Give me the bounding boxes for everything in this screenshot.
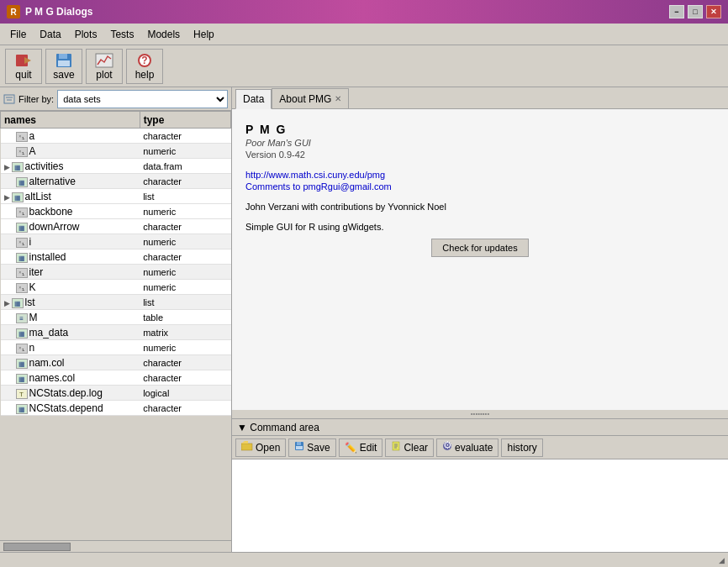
title-bar: R P M G Dialogs − □ ✕ bbox=[0, 0, 728, 24]
col-header-type[interactable]: type bbox=[140, 112, 230, 129]
table-row[interactable]: TNCStats.dep.loglogical bbox=[1, 386, 231, 401]
edit-button[interactable]: ✏️ Edit bbox=[339, 438, 383, 457]
menu-bar: File Data Plots Tests Models Help bbox=[0, 24, 728, 45]
cell-name: ˣ₁n bbox=[1, 340, 140, 355]
table-row[interactable]: ▦nam.colcharacter bbox=[1, 355, 231, 370]
table-row[interactable]: ▦alternativecharacter bbox=[1, 174, 231, 189]
cell-type: numeric bbox=[140, 204, 230, 219]
table-row[interactable]: ˣ₁acharacter bbox=[1, 129, 231, 144]
save-cmd-label: Save bbox=[307, 442, 330, 454]
open-button[interactable]: Open bbox=[235, 438, 286, 457]
quit-icon bbox=[13, 52, 34, 69]
tab-data[interactable]: Data bbox=[235, 89, 272, 109]
menu-models[interactable]: Models bbox=[140, 27, 187, 42]
tab-about[interactable]: About PMG ✕ bbox=[272, 88, 349, 108]
table-row[interactable]: ▶▦lstlist bbox=[1, 295, 231, 310]
pmg-url[interactable]: http://www.math.csi.cuny.edu/pmg bbox=[245, 170, 715, 180]
command-area-label: ▼ Command area bbox=[237, 422, 319, 433]
row-name: K bbox=[29, 281, 36, 293]
history-label: history bbox=[507, 442, 536, 454]
table-row[interactable]: ▦NCStats.dependcharacter bbox=[1, 401, 231, 416]
tab-about-label: About PMG bbox=[279, 93, 331, 105]
row-type-icon: ≡ bbox=[16, 313, 28, 323]
menu-help[interactable]: Help bbox=[187, 27, 221, 42]
table-row[interactable]: ▦names.colcharacter bbox=[1, 370, 231, 386]
expand-icon[interactable]: ▶ bbox=[4, 163, 10, 171]
row-name: nam.col bbox=[29, 357, 65, 369]
cell-name: ▦nam.col bbox=[1, 355, 140, 370]
svg-rect-3 bbox=[59, 54, 67, 59]
evaluate-icon: ⚙ bbox=[442, 441, 452, 454]
left-panel: Filter by: data sets all functions numer… bbox=[0, 87, 232, 552]
table-row[interactable]: ▦ma_datamatrix bbox=[1, 325, 231, 340]
row-name: lst bbox=[25, 297, 35, 308]
row-name: n bbox=[29, 342, 35, 354]
cell-name: ▦installed bbox=[1, 249, 140, 265]
clear-icon bbox=[391, 441, 401, 454]
plot-button[interactable]: plot bbox=[86, 49, 123, 84]
menu-data[interactable]: Data bbox=[33, 27, 67, 42]
cell-name: ˣ₁a bbox=[1, 129, 140, 144]
command-textarea[interactable] bbox=[232, 459, 728, 552]
col-header-names[interactable]: names bbox=[1, 112, 140, 129]
row-name: backbone bbox=[29, 206, 73, 218]
filter-select[interactable]: data sets all functions numeric characte… bbox=[57, 90, 228, 108]
table-row[interactable]: ˣ₁inumeric bbox=[1, 234, 231, 249]
pmg-email[interactable]: Comments to pmgRgui@gmail.com bbox=[245, 181, 715, 192]
cell-type: list bbox=[140, 189, 230, 204]
cell-type: table bbox=[140, 310, 230, 325]
open-icon bbox=[241, 441, 253, 454]
cell-type: character bbox=[140, 219, 230, 234]
table-row[interactable]: ˣ₁Anumeric bbox=[1, 144, 231, 159]
menu-file[interactable]: File bbox=[3, 27, 33, 42]
history-button[interactable]: history bbox=[501, 438, 542, 457]
pmg-subtitle: Poor Man's GUI bbox=[245, 138, 715, 148]
evaluate-label: evaluate bbox=[455, 442, 493, 454]
open-label: Open bbox=[256, 442, 280, 454]
menu-plots[interactable]: Plots bbox=[68, 27, 104, 42]
table-row[interactable]: ▦installedcharacter bbox=[1, 249, 231, 265]
data-table: names type ˣ₁acharacterˣ₁Anumeric▶▦activ… bbox=[0, 111, 231, 416]
table-row[interactable]: ˣ₁Knumeric bbox=[1, 280, 231, 295]
cell-type: character bbox=[140, 370, 230, 386]
main-container: Filter by: data sets all functions numer… bbox=[0, 87, 728, 552]
restore-button[interactable]: □ bbox=[688, 5, 703, 18]
horizontal-scrollbar[interactable] bbox=[0, 540, 231, 552]
table-row[interactable]: ˣ₁iternumeric bbox=[1, 265, 231, 280]
close-button[interactable]: ✕ bbox=[706, 5, 721, 18]
pmg-title: P M G bbox=[245, 123, 715, 136]
command-section: ▼ Command area Open bbox=[232, 418, 728, 552]
cell-type: character bbox=[140, 249, 230, 265]
row-type-icon: ˣ₁ bbox=[16, 132, 28, 142]
tab-close-icon[interactable]: ✕ bbox=[335, 94, 341, 103]
save-cmd-button[interactable]: Save bbox=[288, 438, 335, 457]
table-row[interactable]: ▶▦altListlist bbox=[1, 189, 231, 204]
plot-icon bbox=[94, 52, 114, 69]
table-row[interactable]: ▦downArrowcharacter bbox=[1, 219, 231, 234]
menu-tests[interactable]: Tests bbox=[103, 27, 140, 42]
evaluate-button[interactable]: ⚙ evaluate bbox=[436, 438, 499, 457]
cell-type: data.fram bbox=[140, 159, 230, 174]
row-name: NCStats.depend bbox=[29, 402, 103, 414]
table-row[interactable]: ˣ₁nnumeric bbox=[1, 340, 231, 355]
row-name: iter bbox=[29, 266, 44, 278]
clear-button[interactable]: Clear bbox=[385, 438, 434, 457]
cell-name: ▦downArrow bbox=[1, 219, 140, 234]
clear-label: Clear bbox=[404, 442, 428, 454]
table-row[interactable]: ≡Mtable bbox=[1, 310, 231, 325]
row-type-icon: ▦ bbox=[16, 253, 28, 263]
check-updates-button[interactable]: Check for updates bbox=[431, 239, 528, 257]
data-table-scroll[interactable]: names type ˣ₁acharacterˣ₁Anumeric▶▦activ… bbox=[0, 111, 231, 540]
data-table-container: names type ˣ₁acharacterˣ₁Anumeric▶▦activ… bbox=[0, 111, 231, 540]
svg-text:⚙: ⚙ bbox=[443, 441, 452, 451]
quit-button[interactable]: quit bbox=[5, 49, 42, 84]
cell-name: ˣ₁iter bbox=[1, 265, 140, 280]
expand-icon[interactable]: ▶ bbox=[4, 193, 10, 202]
table-row[interactable]: ▶▦activitiesdata.fram bbox=[1, 159, 231, 174]
expand-icon[interactable]: ▶ bbox=[4, 299, 10, 307]
minimize-button[interactable]: − bbox=[669, 5, 684, 18]
svg-rect-4 bbox=[58, 60, 70, 66]
help-button[interactable]: ? help bbox=[126, 49, 163, 84]
save-button[interactable]: save bbox=[45, 49, 82, 84]
table-row[interactable]: ˣ₁backbonenumeric bbox=[1, 204, 231, 219]
